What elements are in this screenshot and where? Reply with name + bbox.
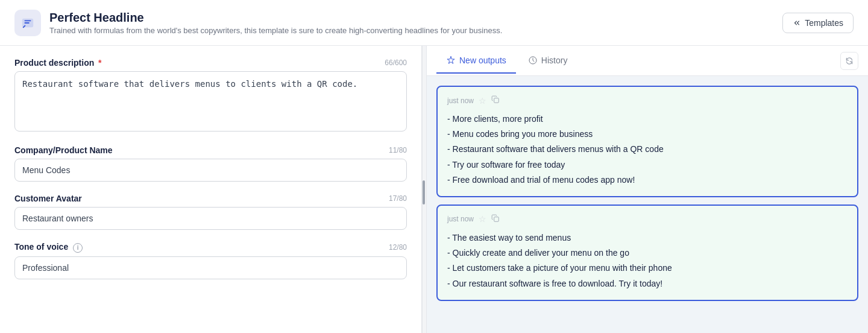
label-row: Tone of voice i 12/80 [14, 242, 407, 253]
product-description-label: Product description * [14, 58, 102, 68]
company-name-label: Company/Product Name [14, 145, 113, 155]
scroll-thumb [423, 180, 425, 205]
chevrons-left-icon [793, 19, 801, 27]
copy-icon[interactable] [491, 214, 500, 224]
templates-button[interactable]: Templates [782, 13, 854, 33]
customer-avatar-char-count: 17/80 [389, 194, 407, 203]
company-name-input[interactable] [14, 159, 407, 182]
label-row: Customer Avatar 17/80 [14, 194, 407, 203]
refresh-button[interactable] [840, 52, 858, 70]
copy-icon[interactable] [491, 95, 500, 106]
header-left: Perfect Headline Trained with formulas f… [14, 10, 502, 36]
svg-rect-2 [494, 98, 499, 103]
customer-avatar-input[interactable] [14, 207, 407, 230]
product-description-input[interactable]: Restaurant software that delivers menus … [14, 71, 407, 132]
left-panel: Product description * 66/600 Restaurant … [0, 46, 422, 333]
label-row: Company/Product Name 11/80 [14, 145, 407, 155]
output-card: just now ☆ - The easiest way to send men… [436, 205, 858, 301]
product-description-char-count: 66/600 [385, 59, 407, 67]
tone-of-voice-label: Tone of voice i [14, 242, 83, 253]
page-title: Perfect Headline [49, 11, 502, 25]
tabs-left: New outputs History [436, 48, 577, 74]
star-icon[interactable]: ☆ [479, 96, 486, 106]
header-text: Perfect Headline Trained with formulas f… [49, 11, 502, 35]
tab-new-outputs[interactable]: New outputs [436, 48, 516, 74]
tone-of-voice-char-count: 12/80 [389, 243, 407, 252]
svg-rect-3 [494, 217, 499, 222]
label-row: Product description * 66/600 [14, 58, 407, 68]
tone-of-voice-group: Tone of voice i 12/80 [14, 242, 407, 279]
output-text: - The easiest way to send menus - Quickl… [447, 230, 848, 291]
output-time: just now [447, 97, 474, 105]
app-icon [14, 10, 41, 36]
company-name-char-count: 11/80 [389, 146, 407, 154]
sparkle-icon [446, 56, 456, 65]
star-icon[interactable]: ☆ [479, 214, 486, 224]
page-description: Trained with formulas from the world's b… [49, 26, 502, 35]
main-content: Product description * 66/600 Restaurant … [0, 46, 868, 333]
clock-icon [528, 56, 538, 65]
product-description-group: Product description * 66/600 Restaurant … [14, 58, 407, 133]
page-header: Perfect Headline Trained with formulas f… [0, 0, 868, 46]
output-card: just now ☆ - More clients, more profit -… [436, 86, 858, 197]
customer-avatar-label: Customer Avatar [14, 194, 82, 203]
customer-avatar-group: Customer Avatar 17/80 [14, 194, 407, 230]
tone-of-voice-input[interactable] [14, 256, 407, 279]
required-star: * [96, 58, 101, 68]
scroll-divider [422, 46, 427, 333]
output-time: just now [447, 215, 474, 223]
tab-history[interactable]: History [518, 48, 577, 74]
right-panel: New outputs History [427, 46, 868, 333]
info-icon: i [73, 243, 83, 253]
output-meta: just now ☆ [447, 95, 848, 106]
output-meta: just now ☆ [447, 214, 848, 224]
outputs-area: just now ☆ - More clients, more profit -… [427, 76, 868, 333]
company-name-group: Company/Product Name 11/80 [14, 145, 407, 182]
refresh-icon [845, 57, 854, 65]
tabs-bar: New outputs History [427, 46, 868, 76]
output-text: - More clients, more profit - Menu codes… [447, 112, 848, 188]
